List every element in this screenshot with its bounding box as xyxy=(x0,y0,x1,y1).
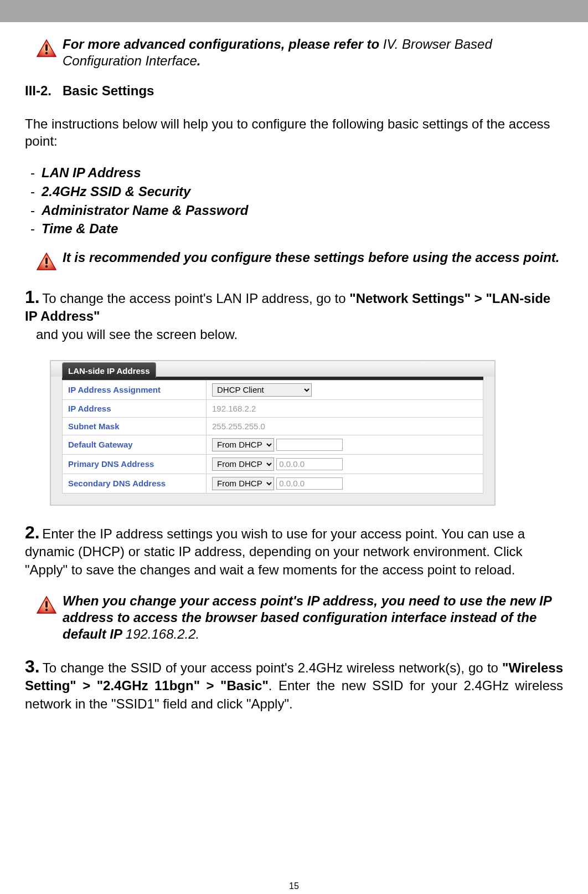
step-text: To change the SSID of your access point'… xyxy=(43,660,502,675)
intro-paragraph: The instructions below will help you to … xyxy=(25,115,563,150)
label-gateway: Default Gateway xyxy=(63,435,207,454)
config-table: IP Address Assignment DHCP Client IP Add… xyxy=(62,380,483,494)
warning-advanced-config: For more advanced configurations, please… xyxy=(36,36,563,69)
warning-icon xyxy=(36,39,57,60)
warning-text: It is recommended you configure these se… xyxy=(63,249,560,266)
table-row: Subnet Mask 255.255.255.0 xyxy=(63,417,483,435)
step-number: 2. xyxy=(25,522,40,542)
warning-recommended: It is recommended you configure these se… xyxy=(36,249,563,273)
section-heading: III-2. Basic Settings xyxy=(25,83,563,99)
step-number: 3. xyxy=(25,656,40,676)
page-number: 15 xyxy=(289,881,299,891)
select-gateway[interactable]: From DHCP xyxy=(212,438,274,451)
step-1: 1. To change the access point's LAN IP a… xyxy=(25,287,563,343)
svg-point-2 xyxy=(45,52,48,54)
label-secondary-dns: Secondary DNS Address xyxy=(63,474,207,493)
warning-ip-change: When you change your access point's IP a… xyxy=(36,593,563,643)
header-gray-bar xyxy=(0,0,588,22)
tab-bar: LAN-side IP Address xyxy=(51,360,494,377)
value-ip-address: 192.168.2.2 xyxy=(207,399,483,417)
svg-point-5 xyxy=(45,265,48,268)
input-gateway[interactable] xyxy=(276,439,343,451)
warning-icon xyxy=(36,252,57,273)
select-primary-dns[interactable]: From DHCP xyxy=(212,458,274,471)
list-item: -Time & Date xyxy=(30,219,563,238)
table-row: IP Address Assignment DHCP Client xyxy=(63,380,483,399)
list-item: -2.4GHz SSID & Security xyxy=(30,182,563,201)
svg-rect-7 xyxy=(45,601,48,608)
table-row: Primary DNS Address From DHCP xyxy=(63,454,483,474)
table-row: Secondary DNS Address From DHCP xyxy=(63,474,483,493)
label-ip-assignment: IP Address Assignment xyxy=(63,380,207,399)
label-subnet: Subnet Mask xyxy=(63,417,207,435)
lan-ip-screenshot: LAN-side IP Address IP Address Assignmen… xyxy=(50,360,496,506)
list-item: -LAN IP Address xyxy=(30,163,563,182)
tab-lan-ip: LAN-side IP Address xyxy=(62,362,156,378)
select-ip-assignment[interactable]: DHCP Client xyxy=(212,383,312,397)
value-subnet: 255.255.255.0 xyxy=(207,417,483,435)
list-item: -Administrator Name & Password xyxy=(30,201,563,220)
svg-point-8 xyxy=(45,609,48,611)
step-2: 2. Enter the IP address settings you wis… xyxy=(25,522,563,579)
input-primary-dns[interactable] xyxy=(276,458,343,470)
svg-rect-1 xyxy=(45,44,48,51)
step-3: 3. To change the SSID of your access poi… xyxy=(25,656,563,713)
warning-text: For more advanced configurations, please… xyxy=(63,36,563,69)
warning-text: When you change your access point's IP a… xyxy=(63,593,563,643)
table-row: Default Gateway From DHCP xyxy=(63,435,483,454)
step-number: 1. xyxy=(25,287,40,307)
table-row: IP Address 192.168.2.2 xyxy=(63,399,483,417)
warning-icon xyxy=(36,595,57,616)
svg-rect-4 xyxy=(45,258,48,264)
label-ip-address: IP Address xyxy=(63,399,207,417)
select-secondary-dns[interactable]: From DHCP xyxy=(212,477,274,490)
step-text: To change the access point's LAN IP addr… xyxy=(42,291,349,306)
step-text: and you will see the screen below. xyxy=(36,327,238,342)
input-secondary-dns[interactable] xyxy=(276,477,343,490)
settings-bullet-list: -LAN IP Address -2.4GHz SSID & Security … xyxy=(30,163,563,238)
step-text: Enter the IP address settings you wish t… xyxy=(25,526,525,577)
label-primary-dns: Primary DNS Address xyxy=(63,454,207,474)
